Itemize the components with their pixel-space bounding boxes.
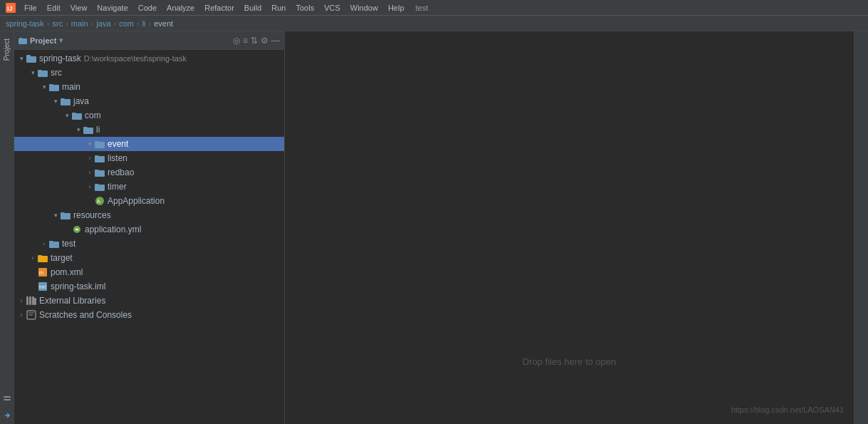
item-name: redbao bbox=[108, 167, 134, 177]
expand-arrow[interactable]: › bbox=[40, 240, 48, 247]
tree-item-application-yml[interactable]: application.yml bbox=[14, 222, 284, 237]
breadcrumb-item-main[interactable]: main bbox=[71, 19, 88, 28]
item-icon: iml bbox=[37, 281, 48, 292]
panel-title: Project ▾ bbox=[19, 36, 233, 45]
item-icon bbox=[71, 224, 83, 235]
expand-arrow[interactable]: ▾ bbox=[17, 55, 26, 62]
expand-arrow[interactable]: ▾ bbox=[40, 83, 48, 91]
item-name: src bbox=[51, 68, 62, 78]
drop-area: Drop files here to open bbox=[523, 356, 617, 367]
alibaba-cloud-icon[interactable] bbox=[1, 393, 13, 404]
item-icon bbox=[94, 167, 105, 178]
item-name: listen bbox=[108, 153, 127, 163]
item-name: com bbox=[85, 110, 101, 120]
expand-arrow[interactable]: › bbox=[17, 297, 26, 304]
tree-item-redbao[interactable]: › redbao bbox=[14, 165, 284, 180]
menu-item-view[interactable]: View bbox=[66, 2, 92, 14]
tree-item-scratches[interactable]: › Scratches and Consoles bbox=[14, 308, 284, 322]
menu-item-refactor[interactable]: Refactor bbox=[200, 2, 239, 14]
tree-item-listen[interactable]: › listen bbox=[14, 151, 284, 165]
svg-rect-15 bbox=[32, 296, 34, 305]
breadcrumb-item-com[interactable]: com bbox=[119, 19, 134, 28]
expand-arrow[interactable]: ▾ bbox=[51, 98, 60, 105]
menu-item-analyze[interactable]: Analyze bbox=[162, 2, 199, 14]
tree-item-java[interactable]: ▾ java bbox=[14, 94, 284, 108]
item-name: Scratches and Consoles bbox=[39, 310, 132, 320]
svg-text:IJ: IJ bbox=[7, 5, 13, 12]
expand-arrow[interactable]: › bbox=[85, 183, 94, 190]
expand-arrow[interactable]: › bbox=[28, 254, 37, 262]
expand-arrow[interactable]: ▾ bbox=[28, 69, 37, 76]
svg-text:m: m bbox=[39, 270, 43, 275]
svg-rect-5 bbox=[26, 55, 31, 58]
item-icon bbox=[37, 252, 48, 264]
item-icon bbox=[48, 238, 60, 249]
tree-item-resources[interactable]: ▾ resources bbox=[14, 208, 284, 222]
expand-arrow[interactable]: ▾ bbox=[74, 126, 83, 133]
tree-item-pom-xml[interactable]: m pom.xml bbox=[14, 265, 284, 279]
tree-item-spring-task[interactable]: ▾ spring-task D:\workspace\test\spring-t… bbox=[14, 51, 284, 66]
expand-arrow[interactable]: ▾ bbox=[51, 212, 60, 219]
sort-icon[interactable]: ⇅ bbox=[251, 36, 258, 46]
breadcrumb-item-li[interactable]: li bbox=[142, 19, 146, 28]
arrow-icon[interactable] bbox=[1, 410, 13, 421]
menu-item-file[interactable]: File bbox=[20, 2, 41, 14]
tree-item-target[interactable]: › target bbox=[14, 251, 284, 265]
minimize-icon[interactable]: — bbox=[271, 36, 280, 46]
window-title: test bbox=[416, 4, 429, 12]
project-panel-header: Project ▾ ◎ ≡ ⇅ ⚙ — bbox=[14, 31, 284, 50]
menu-item-edit[interactable]: Edit bbox=[43, 2, 65, 14]
panel-toolbar: ◎ ≡ ⇅ ⚙ — bbox=[233, 36, 280, 46]
tree-item-timer[interactable]: › timer bbox=[14, 180, 284, 194]
breadcrumb-item-java[interactable]: java bbox=[96, 19, 110, 28]
left-sidebar-tabs: Project bbox=[0, 31, 14, 424]
expand-arrow[interactable]: › bbox=[85, 169, 94, 176]
tree-item-external-libraries[interactable]: › External Libraries bbox=[14, 294, 284, 308]
expand-arrow[interactable]: ▾ bbox=[63, 112, 71, 119]
tree-item-li[interactable]: ▾ li bbox=[14, 123, 284, 137]
tree-item-spring-task-iml[interactable]: iml spring-task.iml bbox=[14, 279, 284, 294]
menu-item-window[interactable]: Window bbox=[346, 2, 382, 14]
menu-item-build[interactable]: Build bbox=[240, 2, 266, 14]
settings-icon[interactable]: ⚙ bbox=[261, 36, 268, 46]
locate-icon[interactable]: ◎ bbox=[233, 36, 240, 46]
crumb-sep: › bbox=[149, 19, 152, 28]
breadcrumb-item-spring-task[interactable]: spring-task bbox=[6, 19, 44, 28]
menu-item-code[interactable]: Code bbox=[134, 2, 161, 14]
expand-arrow[interactable]: › bbox=[17, 311, 26, 319]
item-icon bbox=[94, 152, 105, 164]
breadcrumb-item-event[interactable]: event bbox=[154, 19, 173, 28]
breadcrumb-item-src[interactable]: src bbox=[52, 19, 63, 28]
menu-item-help[interactable]: Help bbox=[384, 2, 409, 14]
tree-item-src[interactable]: ▾ src bbox=[14, 66, 284, 80]
item-name: resources bbox=[73, 210, 111, 220]
tree-item-AppApplication[interactable]: A AppApplication bbox=[14, 194, 284, 208]
item-name: test bbox=[62, 239, 75, 249]
menu-item-vcs[interactable]: VCS bbox=[320, 2, 345, 14]
item-name: External Libraries bbox=[39, 296, 105, 306]
project-tab[interactable]: Project bbox=[1, 34, 13, 65]
dropdown-arrow[interactable]: ▾ bbox=[59, 36, 63, 44]
item-icon bbox=[26, 53, 37, 64]
svg-rect-13 bbox=[26, 296, 28, 305]
menu-item-tools[interactable]: Tools bbox=[291, 2, 318, 14]
tree-item-test[interactable]: › test bbox=[14, 237, 284, 251]
expand-arrow[interactable]: ▾ bbox=[85, 140, 94, 148]
breadcrumb: spring-task›src›main›java›com›li›event bbox=[0, 16, 868, 31]
item-icon bbox=[37, 67, 48, 78]
item-icon bbox=[60, 95, 71, 107]
crumb-sep: › bbox=[91, 19, 94, 28]
collapse-icon[interactable]: ≡ bbox=[243, 36, 248, 46]
tree-item-main[interactable]: ▾ main bbox=[14, 80, 284, 94]
item-name: timer bbox=[108, 182, 127, 192]
svg-text:iml: iml bbox=[39, 284, 46, 289]
menu-item-navigate[interactable]: Navigate bbox=[93, 2, 132, 14]
menu-item-run[interactable]: Run bbox=[267, 2, 290, 14]
item-icon: m bbox=[37, 267, 48, 278]
content-area[interactable]: Drop files here to open https://blog.csd… bbox=[285, 31, 854, 424]
item-name: spring-task.iml bbox=[51, 281, 105, 291]
watermark: https://blog.csdn.net/LAOSAN41 bbox=[731, 405, 844, 414]
tree-item-event[interactable]: ▾ event bbox=[14, 137, 284, 151]
tree-item-com[interactable]: ▾ com bbox=[14, 108, 284, 123]
expand-arrow[interactable]: › bbox=[85, 155, 94, 162]
